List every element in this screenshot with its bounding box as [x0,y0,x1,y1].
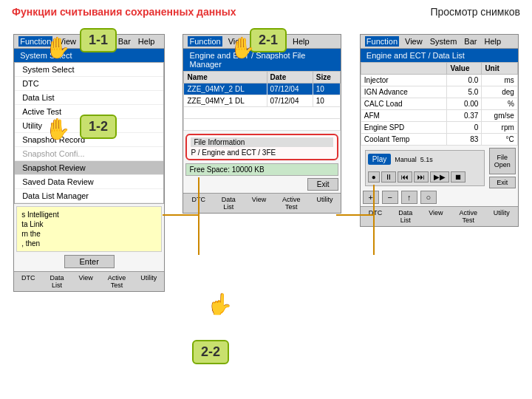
connector-line-v2 [373,185,375,255]
menu-bar-p3[interactable]: Bar [463,36,478,47]
param-label: Coolant Temp [361,134,447,146]
menu-help-p1[interactable]: Help [137,36,157,47]
panel3-title: Engine and ECT / Data List [361,49,518,62]
panel3-tab-view[interactable]: View [426,208,446,225]
file-row-empty [184,107,341,119]
menu-item-dtc[interactable]: DTC [15,77,163,91]
btn-plus[interactable]: + [363,191,379,204]
callout-2-2: 2-2 [192,340,229,364]
col-name: Name [184,72,267,83]
col-value: Value [447,63,482,75]
param-value: 0.37 [447,110,482,122]
panel3-tab-data-list[interactable]: DataList [395,208,415,225]
panel2-tab-active-test[interactable]: ActiveTest [279,195,304,211]
col-unit: Unit [482,63,517,75]
col-date: Date [267,72,313,83]
panel1-tab-active-test[interactable]: ActiveTest [105,273,129,290]
panel3-bottom-bar: DTC DataList View ActiveTest Utility [361,206,518,226]
hand-icon-4: 👆 [207,292,233,316]
panel2-tab-utility[interactable]: Utility [314,195,336,211]
panel-2: Function View S... Bar Help Engine and E… [183,34,341,214]
panel1-tab-data-list[interactable]: DataList [47,273,67,290]
param-value: 0 [447,122,482,134]
col-param [361,63,447,75]
param-label: IGN Advance [361,86,447,98]
ctrl-btn-record[interactable]: ● [368,171,380,183]
file-info-path: P / Engine and ECT / 3FE [191,149,333,157]
ctrl-btn-prev[interactable]: ⏮ [398,171,412,183]
file-row-2[interactable]: ZZE_04MY_1 DL 07/12/04 10 [184,95,341,107]
param-label: CALC Load [361,98,447,110]
menu-help-p3[interactable]: Help [482,36,502,47]
file-name-1: ZZE_04MY_2 DL [184,83,267,95]
panel2-file-info: File Information P / Engine and ECT / 3F… [185,134,338,160]
menu-system-p3[interactable]: System [429,36,459,47]
data-row: Engine SPD 0 rpm [361,122,517,134]
panel2-bottom-bar: DTC DataList View ActiveTest Utility [183,193,341,213]
param-unit: gm/se [482,110,517,122]
panel1-enter-button[interactable]: Enter [64,255,115,268]
callout-2-1: 2-1 [250,28,287,52]
data-row: Coolant Temp 83 °C [361,134,517,146]
panel1-tab-view[interactable]: View [75,273,95,290]
panel3-tab-active-test[interactable]: ActiveTest [456,208,480,225]
panel3-menubar: Function View System Bar Help [361,35,518,49]
data-row: AFM 0.37 gm/se [361,110,517,122]
menu-item-system-select[interactable]: System Select [15,63,163,77]
file-size-2: 10 [313,95,341,107]
param-value: 83 [447,134,482,146]
callout-1-2: 1-2 [80,115,117,139]
panel3-tab-utility[interactable]: Utility [491,208,513,225]
ctrl-btn-next[interactable]: ⏭ [414,171,429,183]
data-row: Injector 0.0 ms [361,75,517,86]
param-unit: °C [482,134,517,146]
panel2-exit-button[interactable]: Exit [307,178,339,191]
menu-function-p2[interactable]: Function [188,36,222,47]
ctrl-btn-stop[interactable]: ⏹ [451,171,466,183]
param-unit: deg [482,86,517,98]
data-row: IGN Advance 5.0 deg [361,86,517,98]
panels-container: Function View System Bar Help System Sel… [0,28,532,298]
panel3-exit-button[interactable]: Exit [489,177,516,188]
panel2-tab-data-list[interactable]: DataList [219,195,239,211]
menu-item-snapshot-review[interactable]: Snapshot Review [15,161,163,175]
manual-label: Manual [395,156,417,163]
menu-item-data-list-manager[interactable]: Data List Manager [15,189,163,203]
connector-line-h2 [336,214,373,216]
menu-help-p2[interactable]: Help [291,36,311,47]
param-unit: % [482,98,517,110]
play-button[interactable]: Play [368,154,391,165]
file-date-2: 07/12/04 [267,95,313,107]
ctrl-btn-pause[interactable]: ⏸ [381,171,396,183]
menu-function-p3[interactable]: Function [365,36,399,47]
panel1-tab-dtc[interactable]: DTC [18,273,38,290]
param-label: Injector [361,75,447,86]
panel2-file-table: Name Date Size ZZE_04MY_2 DL 07/12/04 10… [183,71,341,131]
ctrl-btn-ff[interactable]: ▶▶ [430,171,449,183]
file-row-1[interactable]: ZZE_04MY_2 DL 07/12/04 10 [184,83,341,95]
panel2-tab-view[interactable]: View [249,195,269,211]
panel3-data-table: Value Unit Injector 0.0 msIGN Advance 5.… [361,62,518,146]
btn-minus[interactable]: − [382,191,398,204]
menu-bar-p1[interactable]: Bar [117,36,132,47]
menu-item-snapshot-config[interactable]: Snapshot Confi... [15,147,163,161]
menu-view-p3[interactable]: View [403,36,424,47]
panel3-tab-dtc[interactable]: DTC [366,208,386,225]
header-right-title: Просмотр снимков [430,6,520,18]
file-date-1: 07/12/04 [267,83,313,95]
file-row-empty2 [184,119,341,131]
connector-line-h [163,214,200,216]
panel1-tab-utility[interactable]: Utility [137,273,160,290]
playback-controls: Play Manual 5.1s ● ⏸ ⏮ ⏭ ▶▶ ⏹ [365,150,485,186]
menu-item-data-list[interactable]: Data List [15,91,163,105]
file-open-button[interactable]: FileOpen [489,148,516,174]
btn-up[interactable]: ↑ [401,191,417,204]
col-size: Size [313,72,341,83]
time-label: 5.1s [420,156,433,163]
param-value: 5.0 [447,86,482,98]
page-header: Функции считывания сохраненных данных Пр… [0,0,532,21]
panel2-free-space: Free Space: 10000 KB [185,163,338,176]
param-label: Engine SPD [361,122,447,134]
menu-item-saved-data-review[interactable]: Saved Data Review [15,175,163,189]
btn-circle[interactable]: ○ [420,191,437,204]
